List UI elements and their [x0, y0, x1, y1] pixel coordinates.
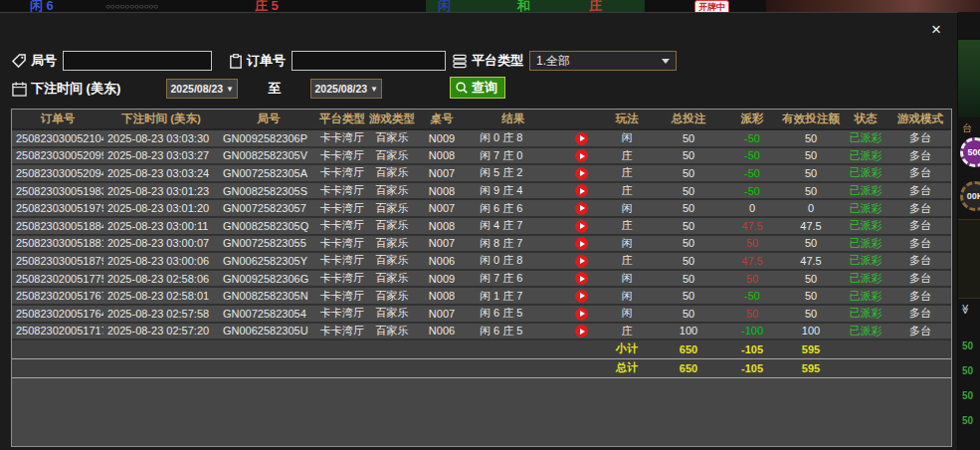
cell-side: 闲	[601, 270, 653, 288]
cell-table-no: N007	[418, 164, 466, 182]
replay-play-icon[interactable]	[575, 202, 588, 215]
cell-replay	[561, 235, 601, 253]
header-status: 状态	[842, 110, 889, 129]
cell-status: 已派彩	[842, 182, 889, 200]
cell-payout: -50	[724, 287, 780, 305]
cell-result: 闲 6 庄 5	[466, 323, 561, 340]
replay-play-icon[interactable]	[575, 220, 588, 233]
cell-platform: 卡卡湾厅	[318, 217, 366, 235]
cell-platform: 卡卡湾厅	[318, 129, 366, 147]
replay-play-icon[interactable]	[575, 308, 588, 321]
bet-history-table: 订单号下注时间 (美东)局号平台类型游戏类型桌号结果玩法总投注派彩有效投注额状态…	[11, 109, 952, 447]
round-input[interactable]	[63, 51, 212, 71]
cell-table-no: N007	[418, 305, 466, 323]
table-header-row: 订单号下注时间 (美东)局号平台类型游戏类型桌号结果玩法总投注派彩有效投注额状态…	[12, 110, 951, 129]
cell-result: 闲 7 庄 0	[466, 147, 561, 165]
cell-status: 已派彩	[842, 252, 889, 270]
cell-result: 闲 8 庄 7	[466, 235, 561, 253]
cell-table-no: N006	[418, 323, 466, 340]
total-row-payout: -105	[724, 358, 780, 377]
cell-game-type: 百家乐	[366, 305, 418, 323]
search-button[interactable]: 查询	[450, 77, 505, 99]
background-amount: 50	[962, 340, 973, 351]
cell-table-no: N009	[418, 270, 466, 288]
replay-play-icon[interactable]	[575, 255, 588, 268]
date-caret-icon: ▼	[370, 85, 378, 94]
header-game-type: 游戏类型	[366, 110, 418, 129]
table-row: 2508230200517642025-08-23 02:57:58GN0072…	[12, 305, 951, 323]
cell-table-no: N009	[418, 129, 466, 147]
cell-bet-time: 2025-08-23 03:01:23	[103, 182, 219, 200]
background-hall-text: 台	[962, 121, 972, 135]
cell-mode: 多台	[889, 147, 951, 165]
cell-total-bet: 50	[653, 235, 724, 253]
header-table-no: 桌号	[418, 110, 466, 129]
date-to-picker[interactable]: 2025/08/23 ▼	[310, 79, 382, 99]
cell-bet-time: 2025-08-23 03:00:07	[103, 235, 219, 253]
date-caret-icon: ▼	[226, 85, 234, 94]
table-row: 2508230300519832025-08-23 03:01:23GN0082…	[12, 182, 951, 200]
cell-total-bet: 100	[653, 323, 724, 340]
table-row: 2508230300521042025-08-23 03:03:30GN0092…	[12, 129, 951, 147]
cell-game-type: 百家乐	[366, 182, 418, 200]
date-to-value: 2025/08/23	[315, 83, 368, 95]
bet-time-label: 下注时间 (美东)	[31, 80, 120, 98]
replay-play-icon[interactable]	[575, 184, 588, 197]
cell-table-no: N008	[418, 182, 466, 200]
replay-play-icon[interactable]	[575, 290, 588, 303]
cell-status: 已派彩	[842, 217, 889, 235]
replay-play-icon[interactable]	[575, 272, 588, 285]
close-icon[interactable]: ×	[927, 21, 945, 39]
replay-play-icon[interactable]	[575, 149, 588, 162]
cell-result: 闲 0 庄 8	[466, 252, 561, 270]
date-from-picker[interactable]: 2025/08/23 ▼	[166, 79, 238, 99]
background-right-sliver: 台 500 00K ≫ 50505050	[958, 12, 980, 450]
server-list-icon	[453, 54, 468, 69]
cell-round-no: GN00725823055	[219, 235, 318, 253]
cell-total-bet: 50	[653, 182, 724, 200]
cell-mode: 多台	[889, 323, 951, 340]
cell-replay	[561, 217, 601, 235]
cell-round-no: GN0062582305U	[219, 323, 318, 340]
cell-payout: 50	[724, 235, 780, 253]
cell-side: 庄	[601, 323, 653, 340]
platform-label: 平台类型	[472, 52, 523, 70]
table-row: 2508230300519792025-08-23 03:01:20GN0072…	[12, 199, 951, 217]
replay-play-icon[interactable]	[575, 237, 588, 250]
search-button-label: 查询	[472, 79, 497, 97]
round-filter: 局号	[12, 51, 212, 71]
header-platform: 平台类型	[318, 110, 366, 129]
table-row: 2508230300518792025-08-23 03:00:06GN0062…	[12, 252, 951, 270]
cell-payout: 50	[724, 270, 780, 288]
cell-total-bet: 50	[653, 164, 724, 182]
cell-mode: 多台	[889, 252, 951, 270]
background-amount: 50	[962, 390, 973, 401]
order-input[interactable]	[292, 51, 446, 71]
cell-round-no: GN00725823057	[219, 199, 318, 217]
cell-bet-time: 2025-08-23 02:58:06	[103, 270, 219, 288]
subtotal-row: 小计650-105595	[12, 339, 951, 358]
cell-mode: 多台	[889, 182, 951, 200]
calendar-icon	[12, 82, 27, 97]
replay-play-icon[interactable]	[575, 167, 588, 180]
cell-bet-time: 2025-08-23 03:00:11	[103, 217, 219, 235]
replay-play-icon[interactable]	[575, 325, 588, 338]
cell-round-no: GN0072582305A	[219, 164, 318, 182]
cell-mode: 多台	[889, 287, 951, 305]
cell-bet-time: 2025-08-23 03:01:20	[103, 199, 219, 217]
replay-play-icon[interactable]	[575, 132, 588, 145]
cell-table-no: N008	[418, 147, 466, 165]
cell-order-no: 250823030051979	[12, 199, 103, 217]
total-row-label: 总计	[601, 358, 653, 377]
subtotal-row-valid-bet: 595	[780, 339, 842, 358]
cell-platform: 卡卡湾厅	[318, 270, 366, 288]
cell-status: 已派彩	[842, 147, 889, 165]
cell-total-bet: 50	[653, 252, 724, 270]
cell-bet-time: 2025-08-23 03:03:27	[103, 147, 219, 165]
cell-order-no: 250823030051881	[12, 235, 103, 253]
cell-platform: 卡卡湾厅	[318, 199, 366, 217]
cell-side: 闲	[601, 129, 653, 147]
header-replay	[561, 110, 601, 129]
platform-select[interactable]: 1.全部	[529, 51, 677, 71]
cell-round-no: GN0092582306G	[219, 270, 318, 288]
